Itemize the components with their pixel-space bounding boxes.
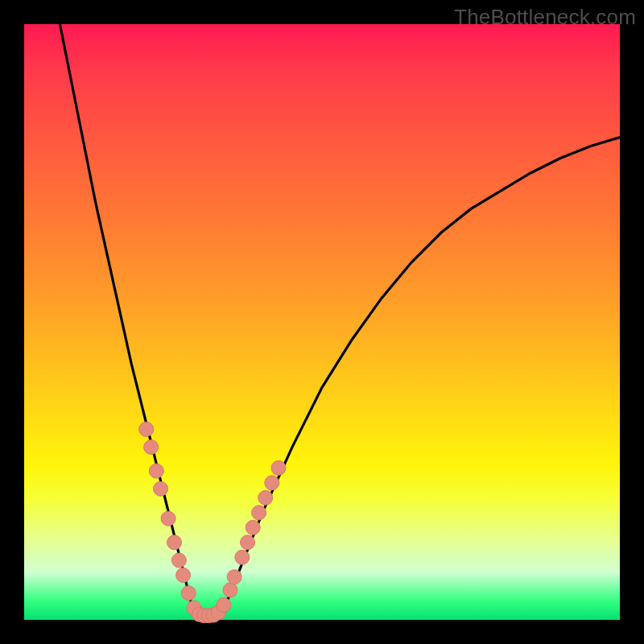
data-marker: [181, 586, 196, 601]
data-marker: [144, 440, 159, 454]
data-marker: [227, 570, 242, 584]
data-marker: [241, 535, 255, 550]
data-marker: [161, 511, 175, 526]
marker-group: [139, 422, 286, 623]
data-marker: [271, 460, 286, 475]
data-marker: [171, 553, 186, 568]
data-marker: [167, 535, 182, 550]
plot-area: [24, 24, 620, 620]
chart-frame: TheBottleneck.com: [0, 0, 644, 644]
curve-svg: [24, 24, 620, 620]
data-marker: [223, 583, 237, 597]
data-marker: [265, 476, 279, 490]
data-marker: [176, 568, 191, 583]
data-marker: [258, 490, 273, 505]
data-marker: [139, 422, 154, 436]
data-marker: [252, 506, 266, 520]
bottleneck-curve: [60, 24, 620, 616]
data-marker: [154, 481, 168, 496]
data-marker: [246, 520, 260, 535]
data-marker: [217, 598, 231, 613]
data-marker: [235, 550, 250, 564]
data-marker: [149, 464, 163, 478]
